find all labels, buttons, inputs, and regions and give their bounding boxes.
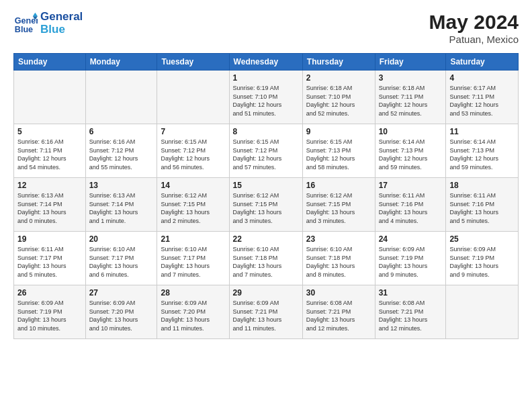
day-info-1: Sunrise: 6:19 AM Sunset: 7:10 PM Dayligh… xyxy=(233,84,299,118)
day-info-7: Sunrise: 6:15 AM Sunset: 7:12 PM Dayligh… xyxy=(161,138,225,171)
day-cell-19: 19Sunrise: 6:11 AM Sunset: 7:17 PM Dayli… xyxy=(14,232,86,285)
day-number-6: 6 xyxy=(89,127,154,136)
day-cell-30: 30Sunrise: 6:08 AM Sunset: 7:21 PM Dayli… xyxy=(302,285,375,339)
svg-text:Blue: Blue xyxy=(15,24,33,34)
svg-marker-2 xyxy=(33,12,38,15)
day-cell-6: 6Sunrise: 6:16 AM Sunset: 7:12 PM Daylig… xyxy=(85,124,157,178)
day-info-25: Sunrise: 6:09 AM Sunset: 7:19 PM Dayligh… xyxy=(449,245,515,279)
day-number-30: 30 xyxy=(306,288,371,298)
day-cell-4: 4Sunrise: 6:17 AM Sunset: 7:11 PM Daylig… xyxy=(446,71,519,124)
day-cell-28: 28Sunrise: 6:09 AM Sunset: 7:20 PM Dayli… xyxy=(157,285,229,339)
day-info-23: Sunrise: 6:10 AM Sunset: 7:18 PM Dayligh… xyxy=(306,245,371,279)
day-number-12: 12 xyxy=(17,181,82,190)
logo-line1: General xyxy=(40,11,83,24)
month-year: May 2024 xyxy=(429,11,519,34)
day-cell-25: 25Sunrise: 6:09 AM Sunset: 7:19 PM Dayli… xyxy=(446,232,519,285)
header-thursday: Thursday xyxy=(302,54,375,71)
day-number-14: 14 xyxy=(161,181,225,190)
week-row-2: 5Sunrise: 6:16 AM Sunset: 7:11 PM Daylig… xyxy=(14,124,519,178)
day-cell-8: 8Sunrise: 6:15 AM Sunset: 7:12 PM Daylig… xyxy=(229,124,302,178)
day-info-18: Sunrise: 6:11 AM Sunset: 7:16 PM Dayligh… xyxy=(449,191,515,225)
day-cell-12: 12Sunrise: 6:13 AM Sunset: 7:14 PM Dayli… xyxy=(14,178,86,232)
day-number-11: 11 xyxy=(449,127,515,136)
day-number-31: 31 xyxy=(379,288,443,298)
day-number-17: 17 xyxy=(379,181,443,190)
logo: General Blue General Blue xyxy=(13,11,83,36)
day-info-15: Sunrise: 6:12 AM Sunset: 7:15 PM Dayligh… xyxy=(233,191,299,225)
day-number-7: 7 xyxy=(161,127,225,136)
day-cell-1: 1Sunrise: 6:19 AM Sunset: 7:10 PM Daylig… xyxy=(229,71,302,124)
day-cell-10: 10Sunrise: 6:14 AM Sunset: 7:13 PM Dayli… xyxy=(375,124,446,178)
day-cell-23: 23Sunrise: 6:10 AM Sunset: 7:18 PM Dayli… xyxy=(302,232,375,285)
day-number-28: 28 xyxy=(161,288,225,298)
calendar-header-row: SundayMondayTuesdayWednesdayThursdayFrid… xyxy=(14,54,519,71)
day-info-21: Sunrise: 6:10 AM Sunset: 7:17 PM Dayligh… xyxy=(161,245,225,279)
calendar-page: General Blue General Blue May 2024 Patua… xyxy=(0,0,532,411)
day-info-22: Sunrise: 6:10 AM Sunset: 7:18 PM Dayligh… xyxy=(233,245,299,279)
day-info-29: Sunrise: 6:09 AM Sunset: 7:21 PM Dayligh… xyxy=(233,299,299,332)
day-cell-27: 27Sunrise: 6:09 AM Sunset: 7:20 PM Dayli… xyxy=(85,285,157,339)
day-number-22: 22 xyxy=(233,234,299,244)
week-row-5: 26Sunrise: 6:09 AM Sunset: 7:19 PM Dayli… xyxy=(14,285,519,339)
day-info-12: Sunrise: 6:13 AM Sunset: 7:14 PM Dayligh… xyxy=(17,191,82,225)
day-info-3: Sunrise: 6:18 AM Sunset: 7:11 PM Dayligh… xyxy=(379,84,443,118)
day-info-30: Sunrise: 6:08 AM Sunset: 7:21 PM Dayligh… xyxy=(306,299,371,332)
header-saturday: Saturday xyxy=(446,54,519,71)
day-cell-5: 5Sunrise: 6:16 AM Sunset: 7:11 PM Daylig… xyxy=(14,124,86,178)
day-number-26: 26 xyxy=(17,288,82,298)
day-info-11: Sunrise: 6:14 AM Sunset: 7:13 PM Dayligh… xyxy=(449,138,515,171)
day-cell-22: 22Sunrise: 6:10 AM Sunset: 7:18 PM Dayli… xyxy=(229,232,302,285)
day-cell-29: 29Sunrise: 6:09 AM Sunset: 7:21 PM Dayli… xyxy=(229,285,302,339)
day-cell-9: 9Sunrise: 6:15 AM Sunset: 7:13 PM Daylig… xyxy=(302,124,375,178)
calendar-body: 1Sunrise: 6:19 AM Sunset: 7:10 PM Daylig… xyxy=(14,71,519,339)
empty-cell-w0-d1 xyxy=(85,71,157,124)
header-tuesday: Tuesday xyxy=(157,54,229,71)
day-number-29: 29 xyxy=(233,288,299,298)
week-row-4: 19Sunrise: 6:11 AM Sunset: 7:17 PM Dayli… xyxy=(14,232,519,285)
logo-line2: Blue xyxy=(40,24,83,36)
day-info-28: Sunrise: 6:09 AM Sunset: 7:20 PM Dayligh… xyxy=(161,299,225,332)
day-number-20: 20 xyxy=(89,234,154,244)
day-number-16: 16 xyxy=(306,181,371,190)
day-cell-2: 2Sunrise: 6:18 AM Sunset: 7:10 PM Daylig… xyxy=(302,71,375,124)
day-number-5: 5 xyxy=(17,127,82,136)
day-info-6: Sunrise: 6:16 AM Sunset: 7:12 PM Dayligh… xyxy=(89,138,154,171)
day-number-8: 8 xyxy=(233,127,299,136)
day-info-8: Sunrise: 6:15 AM Sunset: 7:12 PM Dayligh… xyxy=(233,138,299,171)
day-number-24: 24 xyxy=(379,234,443,244)
location: Patuan, Mexico xyxy=(429,34,519,45)
day-info-5: Sunrise: 6:16 AM Sunset: 7:11 PM Dayligh… xyxy=(17,138,82,171)
day-cell-11: 11Sunrise: 6:14 AM Sunset: 7:13 PM Dayli… xyxy=(446,124,519,178)
day-number-2: 2 xyxy=(306,73,371,83)
week-row-1: 1Sunrise: 6:19 AM Sunset: 7:10 PM Daylig… xyxy=(14,71,519,124)
logo-wordmark: General Blue xyxy=(40,11,83,36)
day-cell-13: 13Sunrise: 6:13 AM Sunset: 7:14 PM Dayli… xyxy=(85,178,157,232)
day-info-9: Sunrise: 6:15 AM Sunset: 7:13 PM Dayligh… xyxy=(306,138,371,171)
empty-cell-w4-d6 xyxy=(446,285,519,339)
day-cell-26: 26Sunrise: 6:09 AM Sunset: 7:19 PM Dayli… xyxy=(14,285,86,339)
day-cell-14: 14Sunrise: 6:12 AM Sunset: 7:15 PM Dayli… xyxy=(157,178,229,232)
day-number-27: 27 xyxy=(89,288,154,298)
day-info-27: Sunrise: 6:09 AM Sunset: 7:20 PM Dayligh… xyxy=(89,299,154,332)
day-cell-7: 7Sunrise: 6:15 AM Sunset: 7:12 PM Daylig… xyxy=(157,124,229,178)
day-info-10: Sunrise: 6:14 AM Sunset: 7:13 PM Dayligh… xyxy=(379,138,443,171)
day-number-10: 10 xyxy=(379,127,443,136)
day-info-14: Sunrise: 6:12 AM Sunset: 7:15 PM Dayligh… xyxy=(161,191,225,225)
header-friday: Friday xyxy=(375,54,446,71)
day-number-9: 9 xyxy=(306,127,371,136)
day-cell-16: 16Sunrise: 6:12 AM Sunset: 7:15 PM Dayli… xyxy=(302,178,375,232)
day-number-3: 3 xyxy=(379,73,443,83)
day-number-15: 15 xyxy=(233,181,299,190)
day-number-4: 4 xyxy=(449,73,515,83)
day-number-19: 19 xyxy=(17,234,82,244)
day-info-16: Sunrise: 6:12 AM Sunset: 7:15 PM Dayligh… xyxy=(306,191,371,225)
header-sunday: Sunday xyxy=(14,54,86,71)
day-cell-15: 15Sunrise: 6:12 AM Sunset: 7:15 PM Dayli… xyxy=(229,178,302,232)
header-monday: Monday xyxy=(85,54,157,71)
day-cell-3: 3Sunrise: 6:18 AM Sunset: 7:11 PM Daylig… xyxy=(375,71,446,124)
day-info-4: Sunrise: 6:17 AM Sunset: 7:11 PM Dayligh… xyxy=(449,84,515,118)
header: General Blue General Blue May 2024 Patua… xyxy=(13,11,519,45)
header-wednesday: Wednesday xyxy=(229,54,302,71)
week-row-3: 12Sunrise: 6:13 AM Sunset: 7:14 PM Dayli… xyxy=(14,178,519,232)
day-info-17: Sunrise: 6:11 AM Sunset: 7:16 PM Dayligh… xyxy=(379,191,443,225)
